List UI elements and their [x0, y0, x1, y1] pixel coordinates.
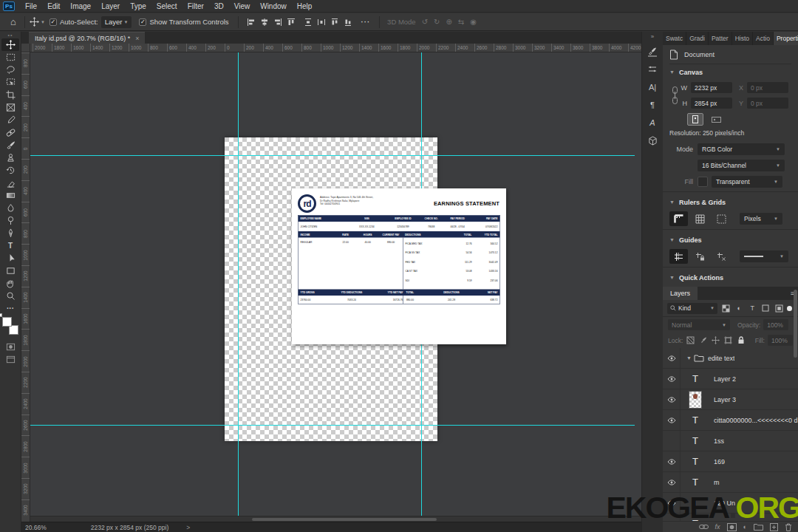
document-tab[interactable]: Italy id.psd @ 20.7% (RGB/16) * × — [29, 32, 145, 44]
visibility-toggle[interactable] — [663, 389, 681, 409]
layer-thumbnail[interactable]: T — [681, 477, 710, 488]
menu-item[interactable]: View — [229, 2, 256, 10]
guide-horizontal-2[interactable] — [30, 425, 635, 426]
earnings-statement-layer[interactable]: rd Address: Tope Apartments 3, No 546 4t… — [292, 188, 506, 344]
menu-item[interactable]: Help — [292, 2, 318, 10]
lock-all-icon[interactable] — [736, 335, 746, 346]
horizontal-ruler[interactable]: 2000180016001400120010008006004002000200… — [30, 44, 641, 52]
lock-guides-button[interactable] — [691, 249, 709, 264]
guide-horizontal-1[interactable] — [30, 155, 635, 156]
toggle-rulers-button[interactable] — [669, 211, 688, 226]
align-right-edges-icon[interactable] — [273, 17, 284, 27]
menu-item[interactable]: Filter — [183, 2, 209, 10]
toggle-pixel-grid-button[interactable] — [712, 211, 731, 226]
layer-row[interactable]: ▼ T m — [663, 472, 798, 493]
zoom-level[interactable]: 20.66% — [25, 524, 47, 531]
visibility-toggle[interactable] — [663, 431, 681, 451]
layers-tab[interactable]: Layers — [663, 287, 698, 300]
layer-name[interactable]: m — [714, 479, 720, 486]
libraries-panel-icon[interactable] — [644, 133, 661, 148]
menu-item[interactable]: 3D — [209, 2, 229, 10]
show-transform-checkbox[interactable]: ✓ — [139, 18, 146, 26]
layer-row[interactable]: ▼ T 1ss — [663, 431, 798, 451]
eyedropper-tool[interactable] — [1, 114, 19, 126]
layer-row[interactable]: ▼ T Layer 2 — [663, 369, 798, 389]
rulers-grids-section-header[interactable]: ▼ Rulers & Grids — [669, 194, 791, 210]
toggle-grid-button[interactable] — [691, 211, 709, 226]
scrollbar-thumb[interactable] — [252, 518, 437, 521]
paragraph-panel-icon[interactable]: ¶ — [644, 98, 661, 112]
align-top-edges-icon[interactable] — [286, 17, 297, 27]
layer-thumbnail[interactable]: T — [681, 456, 710, 467]
lock-transparent-icon[interactable] — [686, 335, 695, 346]
zoom-tool[interactable] — [1, 290, 19, 302]
layer-name[interactable]: Layer 3 — [714, 396, 736, 403]
crop-tool[interactable] — [1, 89, 19, 101]
path-selection-tool[interactable] — [1, 252, 19, 265]
group-chevron-icon[interactable]: ▼ — [686, 355, 692, 361]
layer-name[interactable]: edite text — [708, 355, 735, 362]
guide-style-select[interactable]: ▼ — [740, 250, 788, 262]
clone-source-icon[interactable] — [644, 62, 661, 77]
landscape-orientation-button[interactable] — [708, 113, 724, 126]
menu-item[interactable]: Select — [151, 2, 183, 10]
photoshop-logo[interactable]: Ps — [3, 1, 15, 11]
filter-type-layers-icon[interactable]: T — [747, 303, 757, 314]
layer-thumbnail[interactable]: T — [681, 391, 710, 409]
menu-item[interactable]: Type — [125, 2, 151, 10]
menu-item[interactable]: File — [20, 2, 42, 10]
vertical-ruler[interactable]: 8006004002000200400600800100012001400160… — [21, 52, 30, 522]
link-dimensions-icon[interactable] — [669, 80, 680, 111]
filter-toggle-icon[interactable] — [787, 306, 792, 311]
collapse-panels-icon[interactable]: » — [651, 33, 654, 40]
move-tool[interactable] — [1, 38, 19, 51]
foreground-color-swatch[interactable] — [2, 317, 12, 327]
lasso-tool[interactable] — [1, 64, 19, 76]
clone-stamp-tool[interactable] — [1, 151, 19, 164]
panel-tab[interactable]: Histo — [732, 32, 753, 45]
distribute-horizontal-centers-icon[interactable] — [316, 17, 327, 27]
color-mode-select[interactable]: RGB Color▼ — [698, 143, 785, 155]
quick-mask-icon[interactable] — [1, 341, 19, 353]
menu-item[interactable]: Layer — [96, 2, 125, 10]
layer-row[interactable]: ▼ T citta0000000...<<<<<<<<0 d — [663, 410, 798, 431]
layer-thumbnail[interactable]: T — [681, 435, 710, 446]
gradient-tool[interactable] — [1, 189, 19, 202]
width-field[interactable]: 2232 px — [691, 82, 732, 93]
brush-settings-icon[interactable] — [644, 44, 661, 59]
rectangular-marquee-tool[interactable] — [1, 51, 19, 64]
clear-guides-button[interactable] — [712, 249, 731, 264]
visibility-toggle[interactable] — [663, 451, 681, 471]
portrait-orientation-button[interactable] — [687, 113, 703, 126]
panel-tab[interactable]: Patter — [709, 32, 732, 45]
layer-name[interactable]: 169 — [714, 458, 725, 466]
toolbar-drag-handle[interactable]: •• — [8, 33, 13, 38]
auto-select-target-dropdown[interactable]: Layer▼ — [101, 16, 132, 28]
edit-toolbar-icon[interactable]: ··· — [1, 302, 19, 315]
ruler-origin-corner[interactable] — [21, 44, 30, 52]
lock-artboard-icon[interactable] — [723, 335, 733, 346]
height-field[interactable]: 2854 px — [691, 98, 732, 109]
history-brush-tool[interactable] — [1, 164, 19, 177]
visibility-toggle[interactable] — [663, 410, 681, 430]
lock-pixels-icon[interactable] — [698, 335, 708, 346]
layer-name[interactable]: Layer 2 — [714, 375, 736, 383]
panel-tab[interactable]: Swatc — [663, 32, 686, 45]
canvas-viewport[interactable]: rd Address: Tope Apartments 3, No 546 4t… — [30, 52, 641, 522]
visibility-toggle[interactable] — [663, 472, 681, 492]
layer-filter-kind[interactable]: Kind ▼ — [667, 303, 717, 314]
layer-thumbnail[interactable]: T — [681, 373, 710, 384]
toggle-guides-button[interactable] — [669, 249, 688, 264]
layer-thumbnail[interactable]: T — [681, 415, 710, 426]
object-selection-tool[interactable] — [1, 76, 19, 89]
ruler-units-select[interactable]: Pixels▼ — [740, 213, 782, 225]
layer-row[interactable]: ▼ T Layer 3 — [663, 389, 798, 410]
move-tool-icon[interactable] — [30, 17, 39, 27]
bit-depth-select[interactable]: 16 Bits/Channel▼ — [698, 160, 785, 171]
character-panel-icon[interactable]: A| — [644, 80, 661, 95]
menu-item[interactable]: Edit — [42, 2, 65, 10]
default-colors-icon[interactable] — [0, 311, 2, 317]
align-left-edges-icon[interactable] — [246, 17, 257, 27]
home-icon[interactable]: ⌂ — [7, 16, 20, 27]
rectangle-tool[interactable] — [1, 265, 19, 277]
